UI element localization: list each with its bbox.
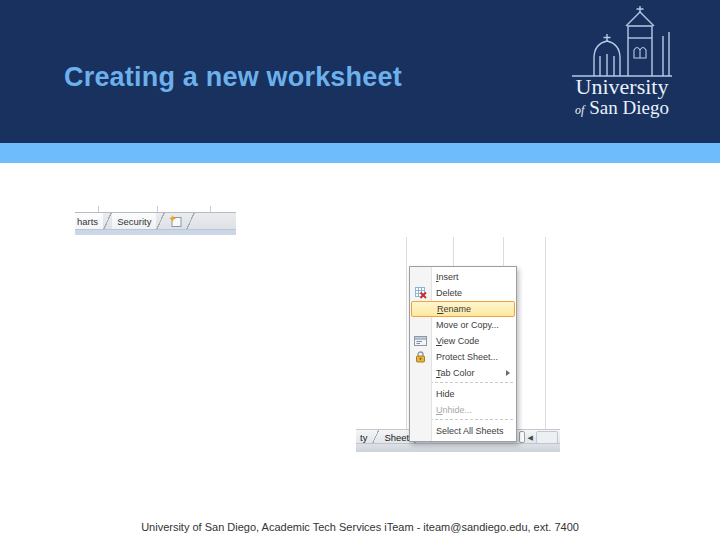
usd-logo: University of San Diego bbox=[556, 6, 688, 138]
tab-splitter-handle[interactable] bbox=[519, 431, 525, 443]
sheet-tab-security[interactable]: Security bbox=[112, 213, 156, 229]
tab-divider bbox=[156, 213, 165, 229]
status-bar-strip bbox=[75, 229, 236, 235]
sheet-tabs-screenshot: harts Security bbox=[75, 206, 236, 234]
sheet-context-menu: Insert Delete Rename Move or Copy... bbox=[409, 266, 517, 442]
slide: Creating a new worksheet University of S… bbox=[0, 0, 720, 540]
menu-item-unhide[interactable]: Unhide... bbox=[410, 402, 516, 418]
logo-text-university: University bbox=[556, 76, 688, 98]
scroll-left-arrow-icon[interactable]: ◀ bbox=[528, 434, 533, 441]
menu-item-view-code[interactable]: View Code bbox=[410, 333, 516, 349]
menu-item-delete[interactable]: Delete bbox=[410, 285, 516, 301]
slide-header: Creating a new worksheet University of S… bbox=[0, 0, 720, 143]
accent-stripe bbox=[0, 143, 720, 163]
scrollbar-track[interactable] bbox=[536, 431, 558, 444]
menu-item-tab-color[interactable]: Tab Color bbox=[410, 365, 516, 381]
logo-text-san-diego: of San Diego bbox=[556, 98, 688, 118]
tab-divider bbox=[371, 430, 380, 444]
tab-divider bbox=[186, 213, 195, 229]
page-title: Creating a new worksheet bbox=[64, 62, 402, 93]
slide-footer: University of San Diego, Academic Tech S… bbox=[0, 521, 720, 533]
gridline bbox=[545, 237, 546, 429]
sheet-tab-partial[interactable]: harts bbox=[75, 213, 103, 229]
menu-separator bbox=[415, 382, 513, 385]
delete-sheet-icon bbox=[413, 286, 428, 300]
menu-item-select-all-sheets[interactable]: Select All Sheets bbox=[410, 423, 516, 439]
menu-item-hide[interactable]: Hide bbox=[410, 386, 516, 402]
menu-item-move-or-copy[interactable]: Move or Copy... bbox=[410, 317, 516, 333]
menu-item-rename[interactable]: Rename bbox=[411, 301, 515, 317]
tab-divider bbox=[103, 213, 112, 229]
gridline bbox=[406, 237, 407, 429]
mission-tower-icon bbox=[566, 6, 678, 78]
protect-sheet-icon bbox=[413, 350, 428, 364]
submenu-arrow-icon bbox=[506, 370, 510, 376]
sheet-tab-bar: harts Security bbox=[75, 212, 236, 229]
sheet-tab-partial-left[interactable]: ty bbox=[356, 432, 371, 443]
menu-item-insert[interactable]: Insert bbox=[410, 269, 516, 285]
view-code-icon bbox=[413, 334, 428, 348]
insert-worksheet-icon bbox=[169, 215, 182, 227]
menu-item-protect-sheet[interactable]: Protect Sheet... bbox=[410, 349, 516, 365]
menu-separator bbox=[415, 419, 513, 422]
insert-worksheet-button[interactable] bbox=[165, 213, 186, 229]
tab-scroll-controls: ◀ bbox=[519, 431, 558, 443]
logo-text-of: of bbox=[575, 103, 584, 117]
status-bar-strip-bottom bbox=[356, 443, 560, 452]
